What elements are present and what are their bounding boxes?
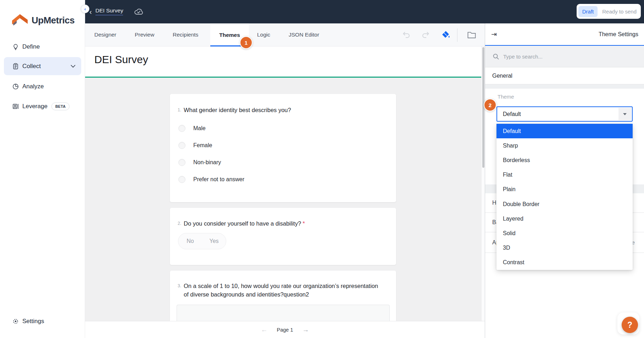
- survey-header: DEI Survey: [85, 46, 481, 78]
- sidebar-item-label: Leverage: [22, 103, 48, 110]
- theme-select-value: Default: [503, 111, 521, 117]
- beta-badge: BETA: [51, 102, 70, 110]
- sidebar-item-label: Settings: [22, 318, 44, 325]
- person-badge-icon: [12, 103, 19, 110]
- dropdown-option-layered[interactable]: Layered: [496, 211, 633, 226]
- sidebar-collapse-button[interactable]: ‹: [81, 5, 89, 13]
- question-card-3: 3. On a scale of 1 to 10, how would you …: [170, 271, 396, 321]
- sidebar-item-define[interactable]: Define: [4, 39, 81, 55]
- sidebar-item-leverage[interactable]: Leverage BETA: [4, 99, 81, 114]
- question-text: What gender identity best describes you?: [184, 106, 291, 114]
- survey-title: DEI Survey: [94, 54, 148, 66]
- section-gap: [485, 84, 644, 89]
- question-number: 3.: [178, 282, 181, 299]
- dropdown-option-contrast[interactable]: Contrast: [496, 255, 633, 270]
- help-button[interactable]: ?: [622, 317, 638, 333]
- sidebar-item-analyze[interactable]: Analyze: [4, 79, 81, 94]
- radio-option-list: Male Female Non-binary Prefer not to ans…: [178, 120, 244, 188]
- sidebar: UpMetrics Define Collect: [0, 0, 85, 338]
- gear-icon: [12, 318, 19, 325]
- brand-name: UpMetrics: [32, 15, 74, 26]
- caret-down-icon: [623, 113, 627, 115]
- tour-step-1-badge: 1: [240, 36, 252, 49]
- redo-button[interactable]: [421, 30, 431, 40]
- sidebar-item-collect[interactable]: Collect: [4, 57, 81, 75]
- question-card-1: 1. What gender identity best describes y…: [170, 94, 396, 202]
- clipboard-icon: [12, 62, 19, 70]
- toggle-no[interactable]: No: [178, 233, 202, 249]
- dropdown-option-double-border[interactable]: Double Border: [496, 197, 633, 211]
- sidebar-item-label: Collect: [22, 63, 41, 70]
- topbar: ‹ DEI Survey Draft Ready to send: [85, 0, 644, 23]
- dropdown-option-solid[interactable]: Solid: [496, 226, 633, 240]
- radio-option-female[interactable]: Female: [178, 137, 244, 154]
- boolean-toggle: No Yes: [178, 233, 226, 249]
- dropdown-option-3d[interactable]: 3D: [496, 241, 633, 255]
- radio-icon[interactable]: [178, 125, 185, 132]
- question-number: 1.: [178, 106, 181, 114]
- cloud-saved-icon: [134, 7, 144, 16]
- tour-step-2-badge: 2: [484, 99, 496, 111]
- select-caret-button[interactable]: [618, 108, 631, 120]
- editor-tabbar: Designer Preview Recipients Themes Logic…: [85, 23, 485, 46]
- panel-header: ⇥ Theme Settings: [485, 23, 644, 46]
- radio-option-prefer-not[interactable]: Prefer not to answer: [178, 171, 244, 188]
- page-navigation: ← Page 1 →: [85, 321, 485, 338]
- question-text: On a scale of 1 to 10, how would you rat…: [184, 282, 382, 299]
- tab-recipients[interactable]: Recipients: [173, 23, 198, 46]
- theme-field-label: Theme: [498, 94, 514, 100]
- dropdown-option-plain[interactable]: Plain: [496, 182, 633, 197]
- required-asterisk: *: [302, 220, 305, 227]
- dropdown-option-sharp[interactable]: Sharp: [496, 138, 633, 153]
- radio-icon[interactable]: [178, 142, 185, 149]
- radio-option-non-binary[interactable]: Non-binary: [178, 154, 244, 171]
- search-icon: [493, 53, 499, 60]
- previous-page-icon[interactable]: ←: [261, 326, 268, 333]
- folder-button[interactable]: [467, 30, 477, 40]
- dropdown-option-borderless[interactable]: Borderless: [496, 153, 633, 167]
- collapse-panel-icon[interactable]: ⇥: [491, 30, 497, 38]
- radio-icon[interactable]: [178, 176, 185, 183]
- tab-designer[interactable]: Designer: [94, 23, 116, 46]
- search-input[interactable]: [503, 54, 620, 60]
- comment-text-input[interactable]: [177, 305, 390, 321]
- panel-search: [485, 46, 644, 67]
- theme-options-dropdown: Default Sharp Borderless Flat Plain Doub…: [496, 124, 633, 270]
- dropdown-option-default[interactable]: Default: [496, 124, 633, 138]
- tab-logic[interactable]: Logic: [257, 23, 270, 46]
- section-general[interactable]: General: [485, 67, 644, 84]
- sidebar-item-label: Analyze: [22, 83, 44, 90]
- toggle-yes[interactable]: Yes: [202, 233, 226, 249]
- survey-preview-canvas: 1. What gender identity best describes y…: [85, 78, 481, 321]
- page-label: Page 1: [277, 327, 293, 333]
- question-text: Do you consider yourself to have a disab…: [184, 219, 305, 228]
- sidebar-item-settings[interactable]: Settings: [4, 314, 81, 329]
- question-number: 2.: [178, 219, 181, 228]
- lightbulb-icon: [12, 43, 19, 51]
- radio-option-male[interactable]: Male: [178, 120, 244, 137]
- chevron-down-icon: [71, 65, 76, 68]
- pie-chart-icon: [12, 83, 19, 90]
- toolbar-divider: [457, 28, 457, 42]
- dropdown-option-flat[interactable]: Flat: [496, 168, 633, 182]
- tab-preview[interactable]: Preview: [135, 23, 154, 46]
- panel-title: Theme Settings: [599, 31, 638, 38]
- theme-settings-panel: ⇥ Theme Settings General Theme Default H…: [485, 23, 644, 338]
- status-draft[interactable]: Draft: [578, 6, 598, 17]
- document-title-link[interactable]: DEI Survey: [95, 7, 123, 15]
- canvas-scrollbar: [481, 46, 485, 321]
- radio-icon[interactable]: [178, 159, 185, 166]
- question-card-2: 2. Do you consider yourself to have a di…: [170, 208, 396, 265]
- status-toggle: Draft Ready to send: [577, 4, 641, 19]
- status-ready-to-send[interactable]: Ready to send: [602, 9, 637, 15]
- upmetrics-logo: UpMetrics: [11, 12, 74, 28]
- tab-json-editor[interactable]: JSON Editor: [289, 23, 319, 46]
- sidebar-item-label: Define: [22, 43, 40, 50]
- undo-button[interactable]: [401, 30, 411, 40]
- back-icon[interactable]: ‹: [89, 0, 92, 23]
- theme-paint-bucket-button[interactable]: [440, 30, 450, 40]
- theme-select[interactable]: Default: [496, 106, 633, 122]
- upmetrics-logo-icon: [11, 12, 29, 28]
- next-page-icon[interactable]: →: [302, 326, 309, 333]
